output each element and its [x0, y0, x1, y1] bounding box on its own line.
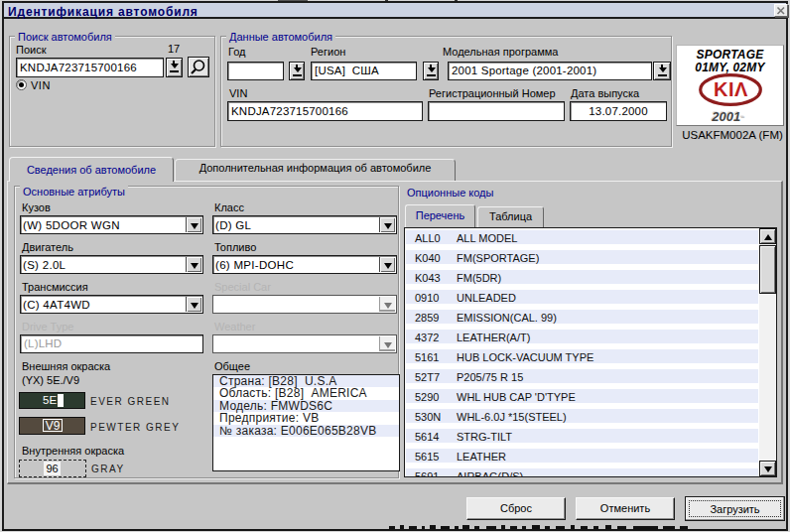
svg-text:KIΛ: KIΛ — [714, 78, 748, 100]
